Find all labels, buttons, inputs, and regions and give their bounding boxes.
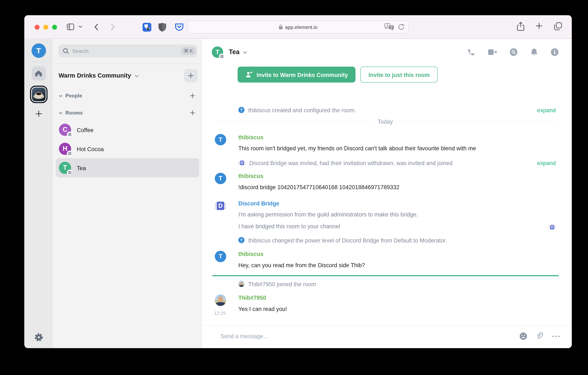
sender-name[interactable]: thibiscus bbox=[239, 173, 556, 179]
rooms-label: Rooms bbox=[65, 110, 83, 116]
video-call-icon[interactable] bbox=[488, 48, 497, 56]
forward-button-icon[interactable] bbox=[108, 22, 116, 32]
invite-person-icon bbox=[245, 71, 253, 78]
chevron-down-icon[interactable] bbox=[242, 51, 247, 54]
home-icon bbox=[35, 69, 43, 77]
reload-icon[interactable] bbox=[398, 24, 405, 31]
sidebar-menu-chevron-icon[interactable] bbox=[78, 25, 83, 28]
sender-avatar[interactable] bbox=[215, 295, 226, 306]
discord-bridge-avatar[interactable]: [D] bbox=[215, 200, 226, 212]
space-warm-drinks[interactable] bbox=[30, 86, 47, 103]
room-item-coffee[interactable]: C Coffee bbox=[56, 120, 200, 139]
search-icon bbox=[63, 48, 69, 54]
sender-avatar[interactable]: T bbox=[215, 251, 226, 262]
zoom-window-button[interactable] bbox=[52, 25, 57, 30]
share-icon[interactable] bbox=[517, 22, 525, 32]
screen: app.element.io A bbox=[0, 0, 588, 375]
people-section-header[interactable]: People bbox=[59, 93, 195, 99]
close-window-button[interactable] bbox=[35, 25, 40, 30]
space-rail: T bbox=[24, 39, 53, 348]
message-composer bbox=[202, 325, 572, 347]
room-item-hot-cocoa[interactable]: H Hot Cocoa bbox=[56, 139, 200, 158]
sender-avatar[interactable]: T bbox=[215, 173, 226, 184]
rail-divider bbox=[32, 62, 45, 62]
room-info-icon[interactable] bbox=[550, 48, 559, 56]
chat-panel: T Tea bbox=[202, 39, 572, 348]
voice-call-icon[interactable] bbox=[467, 48, 475, 56]
lock-icon bbox=[279, 24, 283, 30]
message-text: This room isn't bridged yet, my friends … bbox=[239, 144, 556, 152]
safari-window: app.element.io A bbox=[24, 15, 572, 348]
invite-to-community-button[interactable]: Invite to Warm Drinks Community bbox=[238, 66, 356, 83]
minimize-window-button[interactable] bbox=[43, 25, 48, 30]
expand-link[interactable]: expand bbox=[537, 107, 556, 113]
message-text: Hey, can you read me from the Discord si… bbox=[239, 262, 556, 269]
tab-overview-icon[interactable] bbox=[554, 22, 563, 31]
public-room-globe-icon bbox=[67, 151, 72, 156]
sender-name[interactable]: thibiscus bbox=[239, 134, 556, 141]
settings-gear-icon[interactable] bbox=[34, 332, 43, 343]
people-label: People bbox=[65, 93, 82, 99]
rooms-section-header[interactable]: Rooms bbox=[59, 110, 195, 116]
power-level-event: T thibiscus changed the power level of D… bbox=[202, 235, 572, 244]
room-title[interactable]: Tea bbox=[229, 48, 240, 56]
invite-actions: Invite to Warm Drinks Community Invite t… bbox=[238, 66, 556, 83]
notifications-bell-icon[interactable] bbox=[530, 48, 538, 56]
address-bar[interactable]: app.element.io A bbox=[187, 21, 409, 33]
room-item-tea[interactable]: T Tea bbox=[56, 158, 200, 177]
sender-name[interactable]: Thib#7950 bbox=[239, 295, 556, 301]
expand-link[interactable]: expand bbox=[537, 160, 556, 166]
read-receipt-discord-bridge[interactable]: [D] bbox=[549, 223, 556, 231]
chevron-down-icon bbox=[59, 111, 63, 114]
message-text: I have bridged this room to your channel… bbox=[239, 223, 556, 230]
sender-avatar[interactable]: T bbox=[215, 134, 226, 145]
community-header[interactable]: Warm Drinks Community bbox=[59, 69, 198, 83]
emoji-icon[interactable] bbox=[519, 332, 527, 340]
browser-toolbar: app.element.io A bbox=[24, 15, 572, 39]
room-search-icon[interactable] bbox=[509, 48, 518, 56]
sidebar-toggle-icon[interactable] bbox=[66, 22, 75, 31]
sender-name[interactable]: Discord Bridge bbox=[239, 200, 556, 207]
room-created-event: T thibiscus created and configured the r… bbox=[202, 105, 572, 115]
sender-name[interactable]: thibiscus bbox=[239, 251, 556, 257]
room-avatar: C bbox=[59, 124, 71, 136]
joined-room-event: Thib#7950 joined the room bbox=[202, 279, 572, 288]
message-text: Yes I can read you! bbox=[239, 305, 556, 313]
new-tab-icon[interactable] bbox=[535, 22, 543, 30]
room-avatar: T bbox=[59, 162, 71, 174]
public-room-globe-icon bbox=[67, 132, 72, 137]
add-person-icon[interactable] bbox=[190, 93, 195, 99]
room-list: C Coffee H bbox=[53, 120, 202, 177]
element-app: T bbox=[24, 39, 572, 348]
public-room-globe-icon bbox=[219, 54, 224, 59]
community-name: Warm Drinks Community bbox=[59, 72, 131, 79]
list-divider bbox=[53, 64, 202, 64]
svg-text:A: A bbox=[386, 24, 388, 27]
more-options-icon[interactable] bbox=[552, 335, 561, 337]
pocket-extension-icon[interactable] bbox=[174, 22, 184, 32]
date-separator: Today bbox=[215, 118, 556, 125]
translate-icon[interactable]: A bbox=[384, 23, 394, 31]
coffee-photo-avatar bbox=[32, 88, 45, 101]
chevron-down-icon bbox=[134, 74, 139, 77]
attachment-paperclip-icon[interactable] bbox=[536, 332, 543, 340]
search-input[interactable] bbox=[72, 48, 181, 54]
search-bar[interactable]: ⌘ K bbox=[59, 44, 197, 57]
create-space-button[interactable] bbox=[34, 109, 43, 120]
room-avatar[interactable]: T bbox=[212, 46, 223, 58]
add-button[interactable] bbox=[184, 69, 198, 83]
room-header: T Tea bbox=[202, 39, 572, 65]
url-text: app.element.io bbox=[285, 24, 318, 30]
user-avatar[interactable]: T bbox=[32, 43, 46, 58]
message-thibiscus-3: T thibiscus Hey, can you read me from th… bbox=[202, 251, 572, 269]
thib-mini-avatar bbox=[239, 281, 245, 287]
message-thib: Thib#7950 Yes I can read you! 12:15 bbox=[202, 295, 572, 313]
invite-to-room-button[interactable]: Invite to just this room bbox=[360, 66, 438, 83]
add-room-icon[interactable] bbox=[190, 110, 195, 116]
back-button-icon[interactable] bbox=[93, 22, 101, 32]
password-manager-extension-icon[interactable] bbox=[142, 22, 152, 32]
shield-extension-icon[interactable] bbox=[158, 22, 167, 32]
message-text: !discord bridge 1042017547710640168 1042… bbox=[239, 184, 556, 191]
message-input[interactable] bbox=[220, 333, 519, 340]
home-space-button[interactable] bbox=[32, 66, 46, 80]
